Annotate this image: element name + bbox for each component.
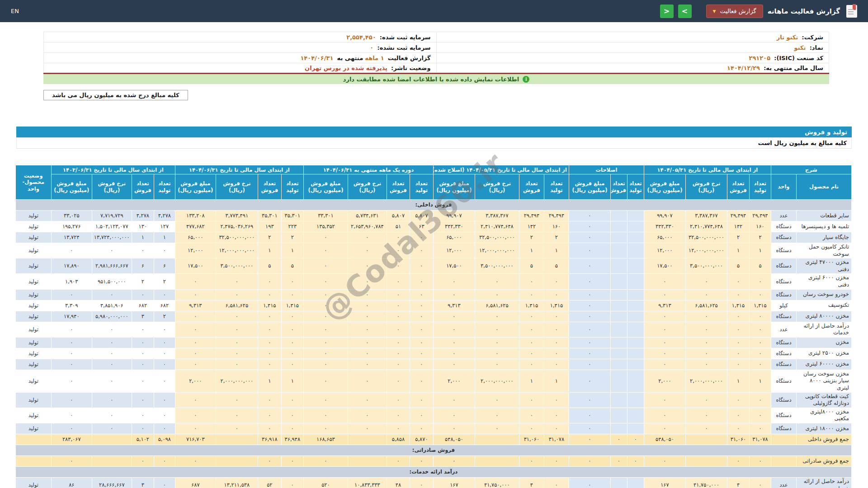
value-cell: ۰ — [303, 359, 348, 370]
value-cell: ۲۹,۴۹۴ — [749, 211, 771, 221]
value-cell: ۰ — [610, 434, 627, 445]
value-cell: ۰ — [303, 311, 348, 322]
table-row: تانکر کامیون حمل سوختدستگاه۱۱۱۲,۰۰۰,۰۰۰,… — [15, 243, 851, 258]
unit-cell: دستگاه — [771, 232, 796, 243]
value-cell: ۱ — [519, 370, 544, 392]
value-cell — [627, 274, 644, 289]
value-cell: ۵,۱۰۲ — [132, 434, 154, 445]
value-cell: ۰ — [175, 311, 216, 322]
value-cell: ۰ — [749, 392, 771, 408]
value-cell: ۱,۴۱۵ — [281, 300, 303, 311]
column-header: واحد — [771, 174, 796, 200]
status-cell: تولید — [15, 258, 51, 274]
value-cell: ۰ — [644, 274, 685, 289]
value-cell: ۱۳,۷۲۴ — [51, 232, 92, 243]
value-cell: ۳۶,۹۴۸ — [281, 434, 303, 445]
value-cell: ۰ — [610, 455, 627, 466]
value-cell — [685, 434, 727, 445]
value-cell — [610, 258, 627, 274]
value-cell: ۰ — [727, 392, 749, 408]
value-cell: ۰ — [519, 311, 544, 322]
value-cell: ۰ — [519, 322, 544, 337]
value-cell: ۰ — [433, 359, 475, 370]
value-cell: ۶,۵۸۱,۶۲۵ — [475, 300, 519, 311]
product-name-cell: مخزن ۴۷۰۰۰ لیتری دفنی — [797, 258, 852, 274]
value-cell — [627, 221, 644, 232]
value-cell: ۰ — [216, 337, 258, 348]
table-row: درآمد حاصل از ارائه خدماتعدد۰۴۴۱,۷۵۰,۰۰۰… — [15, 477, 851, 488]
unit-cell: دستگاه — [771, 348, 796, 359]
value-cell: ۱۳۳,۲۰۸ — [175, 211, 216, 221]
company-info-table: شرکت: تکنو تار سرمایه ثبت شده: ۲,۵۵۴,۴۵۰… — [43, 32, 829, 74]
table-row: مخزن ۸۰۰۰۰ لیتریدستگاه۰۰۰۰۰۰۰۰۰۰۰۰۰۰۰۰۰۲… — [15, 311, 851, 322]
language-toggle[interactable]: EN — [11, 8, 19, 14]
value-cell: ۲,۴۱۰,۷۷۴,۶۴۸ — [475, 221, 519, 232]
value-cell: ۰ — [727, 348, 749, 359]
value-cell: ۰ — [749, 359, 771, 370]
value-cell: ۰ — [410, 477, 433, 488]
value-cell: ۰ — [303, 392, 348, 408]
unit-cell: دستگاه — [771, 370, 796, 392]
registered-capital-value: ۲,۵۵۴,۴۵۰ — [346, 34, 377, 41]
isic-label: کد صنعت (ISIC): — [774, 55, 823, 61]
value-cell: ۰ — [749, 337, 771, 348]
column-header: تعداد تولید — [544, 174, 569, 200]
value-cell: ۰ — [544, 289, 569, 300]
value-cell: ۲ — [258, 232, 281, 243]
value-cell: ۵,۸۵۸ — [387, 434, 410, 445]
value-cell: ۰ — [569, 211, 610, 221]
value-cell — [627, 258, 644, 274]
table-row: مخزن ۲۵۰۰ لیتریدستگاه۰۰۰۰۰۰۰۰۰۰۰۰۰۰۰۰۰۰۰… — [15, 348, 851, 359]
value-cell: ۰ — [644, 322, 685, 337]
report-type-dropdown[interactable]: گزارش فعالیت ▼ — [706, 5, 763, 18]
value-cell: ۰ — [544, 392, 569, 408]
status-cell: تولید — [15, 370, 51, 392]
value-cell: ۰ — [410, 392, 433, 408]
value-cell: ۵,۸۰۷ — [410, 211, 433, 221]
previous-report-button[interactable]: < — [660, 5, 674, 18]
value-cell: ۰ — [216, 311, 258, 322]
value-cell: ۰ — [92, 370, 132, 392]
value-cell: ۳۶,۹۱۸ — [258, 434, 281, 445]
value-cell — [610, 289, 627, 300]
value-cell: ۷,۷۱۹,۷۲۹ — [92, 211, 132, 221]
value-cell: ۰ — [544, 359, 569, 370]
value-cell: ۰ — [569, 477, 610, 488]
value-cell: ۸۶ — [51, 477, 92, 488]
status-cell: تولید — [15, 221, 51, 232]
value-cell: ۵,۰۹۸ — [154, 434, 175, 445]
column-header: نرخ فروش (ریال) — [475, 174, 519, 200]
value-cell: ۰ — [569, 337, 610, 348]
value-cell: ۱۳,۲۱۱,۵۳۸ — [216, 477, 258, 488]
value-cell: ۰ — [281, 408, 303, 423]
next-report-button[interactable]: > — [678, 5, 692, 18]
value-cell: ۰ — [433, 455, 475, 466]
value-cell: ۰ — [519, 423, 544, 434]
value-cell: ۰ — [644, 337, 685, 348]
value-cell: ۰ — [281, 455, 303, 466]
value-cell: ۳۳,۳۰۱ — [303, 211, 348, 221]
value-cell: ۰ — [132, 322, 154, 337]
fiscal-year-cell: سال مالی منتهی به: ۱۴۰۴/۱۲/۲۹ — [436, 63, 829, 74]
value-cell: ۰ — [544, 423, 569, 434]
table-row: مخزن ۸۰۰۰لیتری مکعبیدستگاه۰۰۰۰۰۰۰۰۰۰۰۰۰۰… — [15, 408, 851, 423]
table-row: کیت قطعات کانوپی دونازله گازوئیلیدستگاه۰… — [15, 392, 851, 408]
value-cell: ۰ — [727, 311, 749, 322]
value-cell: ۰ — [281, 477, 303, 488]
value-cell: ۰ — [544, 408, 569, 423]
value-cell: ۰ — [258, 311, 281, 322]
value-cell: ۰ — [569, 434, 610, 445]
value-cell: ۰ — [644, 359, 685, 370]
value-cell — [610, 359, 627, 370]
value-cell: ۱۷,۸۹۰ — [51, 258, 92, 274]
value-cell: ۰ — [569, 392, 610, 408]
value-cell: ۰ — [154, 423, 175, 434]
value-cell: ۳۵,۳۰۱ — [281, 211, 303, 221]
value-cell: ۰ — [749, 477, 771, 488]
column-header: نام محصول — [797, 174, 852, 200]
product-name-cell: درآمد حاصل از ارائه خدمات — [797, 322, 852, 337]
status-cell — [15, 455, 51, 466]
value-cell — [610, 311, 627, 322]
value-cell — [627, 370, 644, 392]
value-cell: ۲,۴۱۰,۷۷۴,۶۴۸ — [685, 221, 727, 232]
